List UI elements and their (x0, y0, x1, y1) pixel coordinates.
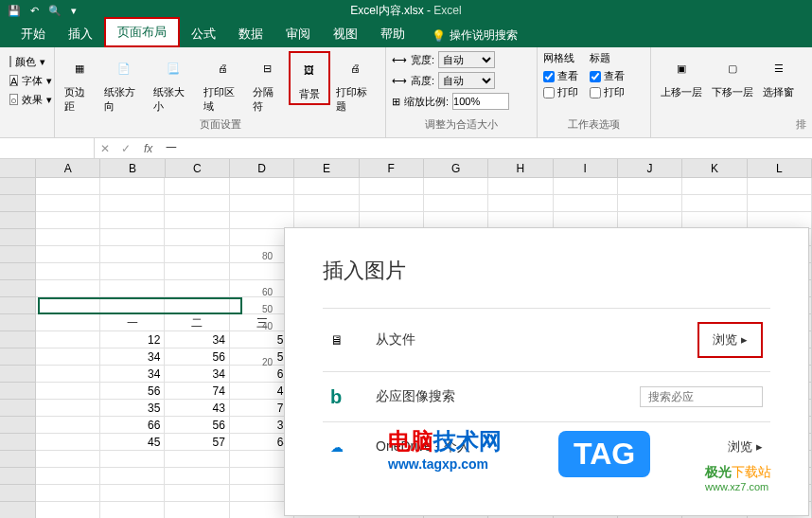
cell[interactable]: 56 (100, 383, 165, 400)
qat-dropdown-icon[interactable]: ▾ (71, 5, 77, 17)
cell[interactable] (165, 502, 229, 518)
cell[interactable] (554, 195, 618, 212)
col-header[interactable]: D (230, 159, 294, 177)
cell[interactable]: 56 (165, 417, 229, 434)
cell[interactable]: 34 (165, 331, 229, 348)
gridlines-view-check[interactable]: 查看 (543, 69, 578, 83)
cell[interactable]: 二 (165, 314, 229, 331)
cell[interactable] (488, 178, 553, 195)
tab-data[interactable]: 数据 (227, 21, 274, 47)
cell[interactable] (360, 195, 424, 212)
cell[interactable] (36, 502, 100, 518)
cell[interactable] (36, 178, 100, 195)
cell[interactable]: 43 (165, 400, 229, 417)
cell[interactable] (36, 297, 100, 314)
cell[interactable]: 74 (165, 383, 229, 400)
cell[interactable]: 34 (100, 348, 165, 366)
cell[interactable] (488, 195, 553, 212)
cell[interactable] (165, 178, 229, 195)
fx-button[interactable]: fx (136, 142, 160, 155)
browse-onedrive-button[interactable]: 浏览 ▸ (728, 438, 763, 455)
col-header[interactable]: B (100, 159, 165, 177)
cell[interactable] (100, 468, 165, 485)
col-header[interactable]: C (166, 159, 230, 177)
width-select[interactable]: 自动 (438, 51, 495, 68)
cell[interactable] (165, 246, 229, 263)
cell[interactable] (100, 297, 165, 314)
cell[interactable] (618, 178, 682, 195)
cell[interactable] (36, 229, 100, 246)
cell[interactable] (682, 178, 747, 195)
cell[interactable]: 12 (100, 331, 165, 348)
cell[interactable] (618, 195, 682, 212)
cell[interactable] (100, 263, 165, 280)
cell[interactable] (165, 263, 229, 280)
orientation-button[interactable]: 📄纸张方向 (100, 51, 148, 116)
cell[interactable]: 66 (100, 417, 165, 434)
bing-search-input[interactable] (640, 386, 763, 407)
save-icon[interactable]: 💾 (8, 5, 21, 17)
cell[interactable] (682, 195, 747, 212)
tab-insert[interactable]: 插入 (57, 21, 104, 47)
tab-review[interactable]: 审阅 (274, 21, 322, 47)
touch-icon[interactable]: 🔍 (48, 5, 62, 17)
name-box[interactable] (0, 138, 95, 158)
cell[interactable] (165, 297, 229, 314)
cell[interactable] (36, 417, 100, 434)
col-header[interactable]: E (294, 159, 359, 177)
gridlines-print-check[interactable]: 打印 (543, 85, 578, 99)
cell[interactable] (36, 383, 100, 400)
cell[interactable] (554, 178, 618, 195)
bing-search-row[interactable]: b 必应图像搜索 (323, 371, 770, 421)
cell[interactable] (100, 178, 165, 195)
bring-forward-button[interactable]: ▣上移一层 (657, 51, 706, 101)
cell[interactable]: 34 (100, 366, 165, 383)
margins-button[interactable]: ▦页边距 (61, 51, 98, 116)
headings-view-check[interactable]: 查看 (590, 69, 625, 83)
formula-input[interactable]: 一 (160, 140, 812, 156)
cell[interactable] (36, 348, 100, 366)
cell[interactable] (100, 212, 165, 229)
cell[interactable]: 45 (100, 434, 165, 451)
cell[interactable] (36, 468, 100, 485)
cell[interactable] (165, 485, 229, 502)
cell[interactable] (165, 212, 229, 229)
background-button[interactable]: 🖼背景 (289, 51, 330, 105)
from-file-row[interactable]: 🖥 从文件 浏览 ▸ (323, 308, 770, 371)
cell[interactable]: 35 (100, 400, 165, 417)
cell[interactable] (748, 195, 812, 212)
cell[interactable] (165, 280, 229, 297)
col-header[interactable]: G (424, 159, 488, 177)
cell[interactable] (100, 246, 165, 263)
cell[interactable] (165, 229, 229, 246)
cell[interactable] (165, 195, 229, 212)
cell[interactable] (100, 485, 165, 502)
undo-icon[interactable]: ↶ (30, 5, 39, 17)
cell[interactable] (165, 451, 229, 468)
cell[interactable] (36, 280, 100, 297)
fonts-button[interactable]: A字体 ▾ (9, 72, 44, 89)
col-header[interactable]: F (360, 159, 424, 177)
cell[interactable] (36, 400, 100, 417)
effects-button[interactable]: ○效果 ▾ (9, 91, 44, 108)
selection-pane-button[interactable]: ☰选择窗 (759, 51, 798, 101)
browse-button[interactable]: 浏览 ▸ (697, 322, 763, 358)
headings-print-check[interactable]: 打印 (590, 85, 625, 99)
tab-formulas[interactable]: 公式 (180, 21, 227, 47)
cell[interactable] (424, 195, 488, 212)
tab-page-layout[interactable]: 页面布局 (104, 17, 180, 47)
tab-home[interactable]: 开始 (9, 21, 57, 47)
print-titles-button[interactable]: 🖨打印标题 (332, 51, 380, 116)
col-header[interactable]: A (36, 159, 100, 177)
cell[interactable] (230, 195, 294, 212)
cell[interactable] (36, 263, 100, 280)
cell[interactable] (100, 502, 165, 518)
breaks-button[interactable]: ⊟分隔符 (249, 51, 287, 116)
cell[interactable] (100, 229, 165, 246)
cell[interactable] (360, 178, 424, 195)
col-header[interactable]: I (554, 159, 618, 177)
col-header[interactable]: L (748, 159, 812, 177)
enter-icon[interactable]: ✓ (115, 142, 136, 155)
cell[interactable] (165, 468, 229, 485)
cell[interactable] (424, 178, 488, 195)
